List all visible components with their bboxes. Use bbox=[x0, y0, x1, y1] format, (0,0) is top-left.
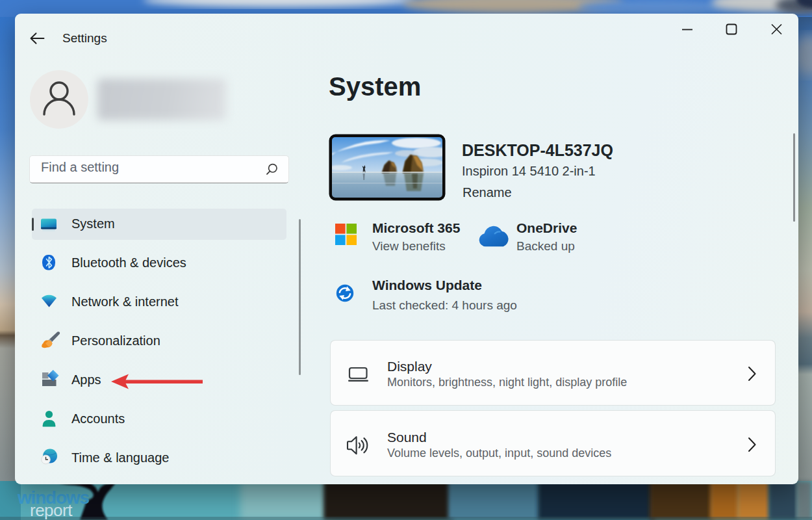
svg-text:report: report bbox=[30, 500, 73, 520]
